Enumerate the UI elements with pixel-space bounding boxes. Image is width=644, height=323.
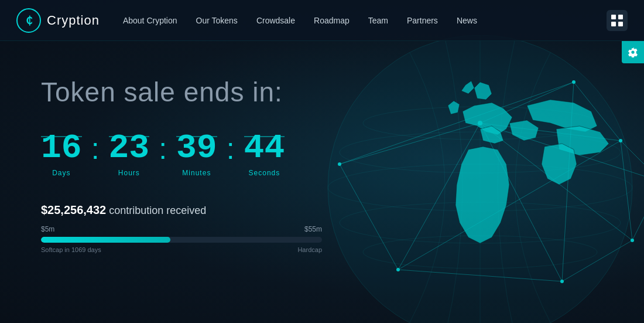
grid-dot (618, 15, 623, 19)
hero-title: Token sale ends in: (41, 76, 609, 108)
progress-track (41, 237, 322, 243)
countdown-hours: 23 Hours (109, 131, 150, 177)
nav-link-crowdsale[interactable]: Crowdsale (256, 16, 295, 25)
countdown-sep-3: : (227, 134, 235, 174)
progress-labels-bottom: Softcap in 1069 days Hardcap (41, 246, 322, 253)
countdown-days-label: Days (52, 169, 70, 177)
countdown-seconds: 44 Seconds (244, 131, 285, 177)
contribution-amount: $25,256,432 (41, 203, 106, 216)
logo[interactable]: ₵ Cryption (16, 8, 100, 33)
countdown-seconds-value: 44 (244, 131, 285, 165)
nav-link-tokens[interactable]: Our Tokens (196, 16, 238, 25)
countdown: 16 Days : 23 Hours : 39 Minutes : 44 Sec… (41, 131, 609, 177)
progress-fill (41, 237, 170, 243)
contribution-suffix: contribution received (106, 205, 206, 216)
nav-link-team[interactable]: Team (368, 16, 388, 25)
hardcap-desc: Hardcap (297, 246, 322, 253)
countdown-minutes: 39 Minutes (176, 131, 217, 177)
grid-dot (611, 15, 616, 19)
countdown-minutes-value: 39 (176, 131, 217, 165)
countdown-days: 16 Days (41, 131, 82, 177)
logo-icon: ₵ (16, 8, 41, 33)
progress-labels-top: $5m $55m (41, 225, 322, 233)
grid-menu-button[interactable] (607, 10, 628, 31)
countdown-minutes-label: Minutes (182, 169, 211, 177)
svg-point-31 (396, 268, 400, 271)
countdown-days-value: 16 (41, 131, 82, 165)
navbar: ₵ Cryption About Cryption Our Tokens Cro… (0, 0, 644, 41)
progress-wrapper: $5m $55m Softcap in 1069 days Hardcap (41, 225, 322, 253)
nav-link-roadmap[interactable]: Roadmap (314, 16, 350, 25)
hero-section: Token sale ends in: 16 Days : 23 Hours :… (0, 41, 644, 253)
countdown-seconds-label: Seconds (249, 169, 280, 177)
logo-symbol: ₵ (26, 14, 32, 27)
nav-link-about[interactable]: About Cryption (123, 16, 177, 25)
grid-dot (611, 22, 616, 26)
nav-link-news[interactable]: News (457, 16, 477, 25)
contribution-section: $25,256,432 contribution received $5m $5… (41, 203, 609, 253)
softcap-label: $5m (41, 225, 54, 233)
countdown-sep-1: : (91, 134, 100, 174)
logo-text: Cryption (47, 13, 100, 28)
gear-icon (628, 47, 638, 57)
softcap-desc: Softcap in 1069 days (41, 246, 101, 253)
contribution-text: $25,256,432 contribution received (41, 203, 609, 217)
countdown-sep-2: : (159, 134, 167, 174)
svg-point-30 (560, 280, 564, 283)
nav-links: About Cryption Our Tokens Crowdsale Road… (123, 16, 607, 25)
countdown-hours-value: 23 (109, 131, 150, 165)
settings-button[interactable] (622, 41, 644, 63)
hardcap-label: $55m (304, 225, 322, 233)
countdown-hours-label: Hours (118, 169, 140, 177)
grid-dot (618, 22, 623, 26)
nav-link-partners[interactable]: Partners (407, 16, 438, 25)
